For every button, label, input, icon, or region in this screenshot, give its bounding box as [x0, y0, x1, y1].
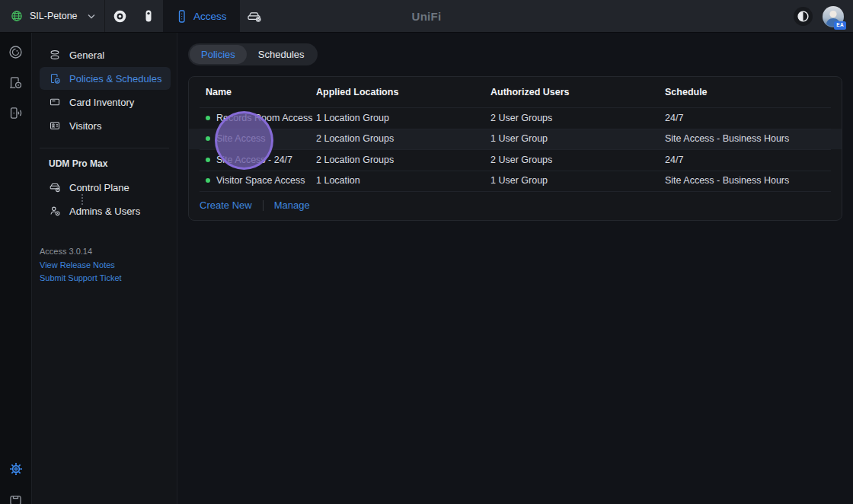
- sidebar-item-policies-schedules[interactable]: Policies & Schedules: [40, 67, 171, 90]
- sidebar-item-control-plane[interactable]: Control Plane: [40, 176, 171, 199]
- manage-button[interactable]: Manage: [274, 199, 310, 211]
- tree-connector: [81, 194, 83, 205]
- sidebar-divider: [40, 148, 169, 148]
- icon-rail: [0, 33, 32, 504]
- status-dot-icon: [206, 158, 210, 162]
- access-door-icon: [176, 10, 187, 23]
- sidebar-item-label: Control Plane: [69, 182, 129, 193]
- device-manager-icon: [246, 9, 263, 23]
- sidebar-item-label: General: [69, 49, 104, 61]
- table-row[interactable]: Visitor Space Access 1 Location 1 User G…: [189, 171, 842, 192]
- sidebar: General Policies & Schedules Card Invent…: [32, 33, 177, 504]
- status-dot-icon: [206, 116, 210, 120]
- main-content: Policies Schedules Name Applied Location…: [177, 33, 853, 504]
- authorized-users-cell: 2 User Groups: [490, 155, 665, 165]
- column-header-schedule: Schedule: [665, 87, 825, 97]
- table-row[interactable]: Site Access 2 Location Groups 1 User Gro…: [189, 129, 842, 150]
- talk-icon: [142, 9, 155, 23]
- applied-locations-cell: 1 Location Group: [316, 113, 490, 123]
- release-notes-link[interactable]: View Release Notes: [40, 259, 115, 273]
- column-header-authorized-users: Authorized Users: [490, 87, 665, 97]
- policy-name-cell: Site Access: [206, 133, 316, 144]
- topbar: SIL-Petone: [0, 0, 853, 33]
- authorized-users-cell: 1 User Group: [490, 133, 665, 144]
- policy-name-cell: Site Access - 24/7: [206, 155, 316, 165]
- sidebar-item-label: Visitors: [69, 120, 101, 132]
- applied-locations-cell: 1 Location: [316, 175, 490, 186]
- globe-icon: [11, 10, 23, 22]
- policy-name: Site Access: [216, 133, 266, 144]
- column-header-name: Name: [206, 87, 316, 97]
- device-manager-button[interactable]: [240, 0, 269, 32]
- sidebar-item-admins-users[interactable]: Admins & Users: [40, 199, 171, 222]
- avatar-badge: EA: [834, 21, 846, 30]
- device-section: Control Plane Admins & Users: [32, 176, 177, 222]
- policy-name: Visitor Space Access: [216, 175, 305, 186]
- version-text: Access 3.0.14: [40, 245, 177, 259]
- column-header-applied-locations: Applied Locations: [316, 87, 490, 97]
- reader-dial-icon: [8, 45, 23, 59]
- sidebar-item-visitors[interactable]: Visitors: [40, 114, 171, 137]
- access-app-tab[interactable]: Access: [163, 0, 240, 32]
- rail-door-intercom-button[interactable]: [5, 102, 27, 123]
- table-row[interactable]: Records Room Access ... 1 Location Group…: [189, 107, 842, 129]
- table-actions: Create New Manage: [189, 191, 842, 211]
- rail-reader-button[interactable]: [5, 41, 27, 62]
- gear-icon: [8, 461, 24, 477]
- access-app-label: Access: [193, 11, 227, 22]
- policy-check-icon: [49, 72, 61, 85]
- policy-name-cell: Visitor Space Access: [206, 175, 316, 186]
- table-header: Name Applied Locations Authorized Users …: [189, 77, 842, 107]
- sidebar-item-general[interactable]: General: [40, 43, 171, 66]
- support-ticket-link[interactable]: Submit Support Ticket: [40, 272, 122, 285]
- card-icon: [49, 96, 61, 108]
- schedule-cell: 24/7: [665, 113, 825, 123]
- chevron-down-icon: [88, 14, 95, 19]
- topbar-right: EA: [794, 0, 844, 33]
- policies-table-card: Name Applied Locations Authorized Users …: [188, 76, 842, 221]
- authorized-users-cell: 2 User Groups: [490, 113, 665, 123]
- status-dot-icon: [206, 178, 210, 183]
- visitor-badge-icon: [49, 120, 61, 132]
- rail-door-lock-button[interactable]: [5, 72, 27, 93]
- site-switcher[interactable]: SIL-Petone: [0, 0, 105, 32]
- inbox-icon: [8, 494, 23, 504]
- brand-logo: UniFi: [412, 0, 442, 33]
- policy-name: Records Room Access ...: [216, 113, 316, 123]
- console-gear-icon: [49, 181, 61, 193]
- stack-icon: [49, 49, 61, 61]
- policy-name-cell: Records Room Access ...: [206, 113, 316, 123]
- rail-inbox-button[interactable]: [5, 490, 27, 504]
- sidebar-footer: Access 3.0.14 View Release Notes Submit …: [40, 245, 177, 285]
- rail-settings-button[interactable]: [5, 458, 27, 480]
- user-gear-icon: [49, 205, 61, 217]
- policy-name: Site Access - 24/7: [216, 155, 292, 165]
- theme-toggle-icon: [797, 10, 810, 23]
- table-row[interactable]: Site Access - 24/7 2 Location Groups 2 U…: [189, 149, 842, 171]
- status-dot-icon: [206, 136, 210, 141]
- schedule-cell: 24/7: [665, 155, 825, 165]
- protect-icon: [113, 9, 127, 24]
- schedule-cell: Site Access - Business Hours: [665, 133, 825, 144]
- device-section-title: UDM Pro Max: [32, 158, 177, 169]
- door-lock-icon: [8, 75, 23, 90]
- applied-locations-cell: 2 Location Groups: [316, 133, 490, 144]
- actions-divider: [263, 200, 264, 211]
- sidebar-item-label: Admins & Users: [69, 206, 140, 217]
- sidebar-item-label: Card Inventory: [69, 97, 134, 108]
- tab-schedules[interactable]: Schedules: [247, 45, 316, 64]
- theme-toggle-button[interactable]: [794, 7, 813, 26]
- tab-policies[interactable]: Policies: [190, 45, 247, 64]
- sidebar-item-card-inventory[interactable]: Card Inventory: [40, 91, 171, 113]
- policies-schedules-tabs: Policies Schedules: [188, 43, 318, 65]
- avatar[interactable]: EA: [823, 6, 844, 27]
- door-intercom-icon: [8, 106, 23, 120]
- sidebar-item-label: Policies & Schedules: [69, 73, 161, 85]
- talk-app-button[interactable]: [134, 0, 163, 32]
- protect-app-button[interactable]: [105, 0, 134, 32]
- site-name: SIL-Petone: [30, 11, 81, 21]
- create-new-button[interactable]: Create New: [200, 199, 252, 211]
- authorized-users-cell: 1 User Group: [490, 175, 665, 186]
- applied-locations-cell: 2 Location Groups: [316, 155, 490, 165]
- schedule-cell: Site Access - Business Hours: [665, 175, 825, 186]
